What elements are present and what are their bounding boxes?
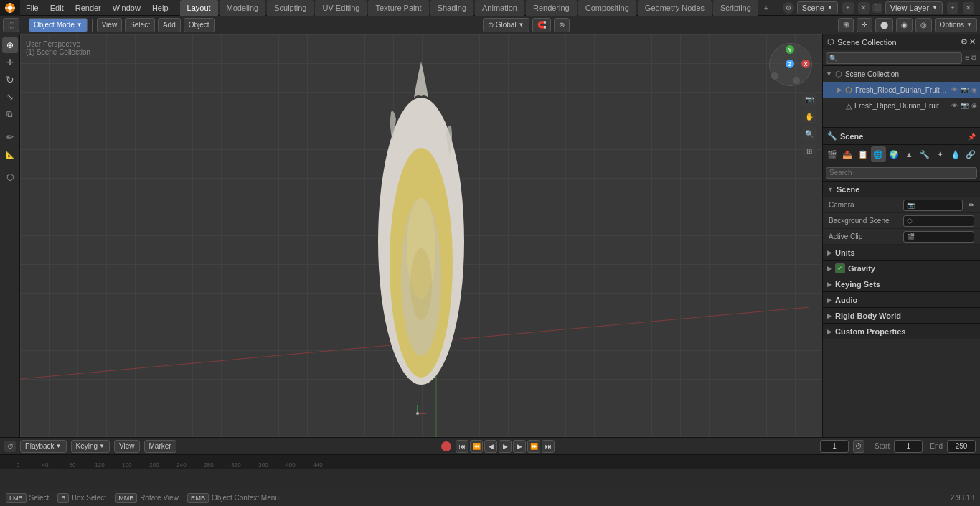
outliner-search[interactable]: 🔍 <box>826 52 962 64</box>
custom-props-section-header[interactable]: ▶ Custom Properties <box>823 324 980 339</box>
tab-animation[interactable]: Animation <box>475 0 524 16</box>
viewport-grid-icon[interactable]: ⊞ <box>802 144 816 158</box>
scale-tool[interactable]: ⤡ <box>2 89 18 105</box>
viewport-shading-material[interactable]: ◉ <box>896 18 913 32</box>
next-keyframe-button[interactable]: ▶ <box>513 440 526 453</box>
options-button[interactable]: Options ▼ <box>935 18 977 32</box>
gravity-section-header[interactable]: ▶ ✓ Gravity <box>823 261 980 276</box>
end-frame-input[interactable]: 250 <box>947 440 976 453</box>
scene-section-header[interactable]: ▼ Scene <box>823 182 980 197</box>
object-menu-button[interactable]: Object <box>184 18 215 32</box>
gravity-checkbox[interactable]: ✓ <box>835 263 845 273</box>
menu-window[interactable]: Window <box>107 0 146 16</box>
jump-start-button[interactable]: ⏮ <box>456 440 468 453</box>
scene-add-icon[interactable]: + <box>842 2 854 14</box>
mesh-eye-icon[interactable]: 👁 <box>951 102 958 109</box>
mesh-select-icon[interactable]: ◉ <box>971 102 977 109</box>
timeline-track[interactable] <box>0 469 980 489</box>
tab-compositing[interactable]: Compositing <box>578 0 636 16</box>
outliner-collection-row[interactable]: ▼ ⬡ Scene Collection <box>823 66 980 82</box>
playback-button[interactable]: Playback ▼ <box>20 440 67 453</box>
snap-button[interactable]: 🧲 <box>532 18 551 32</box>
tab-modeling[interactable]: Modeling <box>220 0 266 16</box>
props-search-input[interactable] <box>826 167 977 179</box>
viewport-zoom-icon[interactable]: 🔍 <box>802 126 816 141</box>
cursor-tool[interactable]: ⊕ <box>2 37 18 53</box>
outliner-select-icon[interactable]: ◉ <box>971 86 977 93</box>
active-clip-value[interactable]: 🎬 <box>903 231 974 243</box>
viewlayer-remove-icon[interactable]: ✕ <box>963 2 974 14</box>
viewlayer-add-icon[interactable]: + <box>947 2 958 14</box>
props-tab-scene[interactable]: 🌐 <box>871 146 887 162</box>
move-tool[interactable]: ✛ <box>2 55 18 70</box>
add-menu-button[interactable]: Add <box>158 18 181 32</box>
bg-scene-value[interactable]: ⬡ <box>903 215 974 227</box>
keying-section-header[interactable]: ▶ Keying Sets <box>823 276 980 292</box>
props-tab-output[interactable]: 📤 <box>840 146 856 162</box>
gizmo-button[interactable]: ✛ <box>857 18 872 32</box>
outliner-camera-icon[interactable]: 📷 <box>961 86 969 93</box>
keying-button[interactable]: Keying ▼ <box>71 440 110 453</box>
next-frame-button[interactable]: ⏩ <box>527 440 540 453</box>
rigid-body-section-header[interactable]: ▶ Rigid Body World <box>823 308 980 324</box>
outliner-mesh-row[interactable]: △ Fresh_Riped_Durian_Fruit 👁 📷 ◉ <box>823 98 980 113</box>
prev-keyframe-button[interactable]: ◀ <box>484 440 497 453</box>
viewport-shading-rendered[interactable]: ◎ <box>915 18 932 32</box>
outliner-filter2-icon[interactable]: ⚙ <box>971 54 977 62</box>
outliner-filter-icon[interactable]: ⚙ <box>961 37 968 47</box>
props-tab-physics[interactable]: 💧 <box>948 146 963 162</box>
view-layer-selector[interactable]: View Layer ▼ <box>885 1 943 14</box>
prev-frame-button[interactable]: ⏪ <box>470 440 483 453</box>
current-frame-input[interactable]: 1 <box>820 440 849 453</box>
viewport-camera-icon[interactable]: 📷 <box>802 92 816 106</box>
view-button[interactable]: View <box>114 440 140 453</box>
annotate-tool[interactable]: ✏ <box>2 129 18 145</box>
tab-texture-paint[interactable]: Texture Paint <box>368 0 428 16</box>
camera-edit-icon[interactable]: ✏ <box>969 201 974 209</box>
viewport-3d[interactable]: User Perspective (1) Scene Collection <box>20 34 822 437</box>
tab-rendering[interactable]: Rendering <box>526 0 577 16</box>
menu-file[interactable]: File <box>20 0 44 16</box>
tab-geometry-nodes[interactable]: Geometry Nodes <box>638 0 712 16</box>
tab-sculpting[interactable]: Sculpting <box>267 0 314 16</box>
object-mode-button[interactable]: Object Mode ▼ <box>29 18 88 32</box>
navigation-gizmo[interactable]: X Y Z <box>769 43 812 86</box>
props-tab-object[interactable]: ▲ <box>902 146 918 162</box>
transform-origin-button[interactable]: ⊙ Global ▼ <box>483 18 529 32</box>
marker-button[interactable]: Marker <box>144 440 176 453</box>
menu-help[interactable]: Help <box>146 0 174 16</box>
tab-shading[interactable]: Shading <box>430 0 473 16</box>
units-section-header[interactable]: ▶ Units <box>823 245 980 261</box>
viewport-shading-solid[interactable]: ⬤ <box>875 18 893 32</box>
outliner-collection-fresh[interactable]: ▶ ⬡ Fresh_Riped_Durian_Fruit_Slic 👁 📷 ◉ <box>823 82 980 98</box>
add-tool[interactable]: ⬡ <box>2 169 18 185</box>
tab-uv-editing[interactable]: UV Editing <box>315 0 367 16</box>
play-button[interactable]: ▶ <box>499 440 512 453</box>
menu-render[interactable]: Render <box>70 0 107 16</box>
scene-selector[interactable]: Scene ▼ <box>797 1 838 14</box>
props-tab-view-layer[interactable]: 📋 <box>855 146 871 162</box>
view-menu-button[interactable]: View <box>97 18 123 32</box>
tab-scripting[interactable]: Scripting <box>713 0 758 16</box>
outliner-close-icon[interactable]: ✕ <box>969 37 976 47</box>
select-menu-button[interactable]: Select <box>125 18 155 32</box>
props-tab-particles[interactable]: ✦ <box>933 146 948 162</box>
tab-layout[interactable]: Layout <box>180 0 218 16</box>
props-tab-modifiers[interactable]: 🔧 <box>917 146 933 162</box>
outliner-sort-icon[interactable]: ≡ <box>965 54 969 62</box>
proportional-edit-button[interactable]: ⊜ <box>554 18 570 32</box>
add-workspace-button[interactable]: + <box>760 0 773 16</box>
measure-tool[interactable]: 📐 <box>2 146 18 162</box>
overlay-button[interactable]: ⊞ <box>838 18 854 32</box>
audio-section-header[interactable]: ▶ Audio <box>823 292 980 308</box>
record-button[interactable] <box>441 441 451 451</box>
viewport-hand-icon[interactable]: ✋ <box>802 109 816 123</box>
transform-tool[interactable]: ⧉ <box>2 106 18 122</box>
menu-edit[interactable]: Edit <box>44 0 70 16</box>
mesh-camera-icon[interactable]: 📷 <box>961 102 969 109</box>
camera-value[interactable]: 📷 <box>903 200 963 211</box>
timeline-editor-type[interactable]: ⏱ <box>4 441 16 452</box>
props-tab-render[interactable]: 🎬 <box>824 146 840 162</box>
props-tab-constraints[interactable]: 🔗 <box>963 146 979 162</box>
props-pin-icon[interactable]: 📌 <box>968 133 976 141</box>
